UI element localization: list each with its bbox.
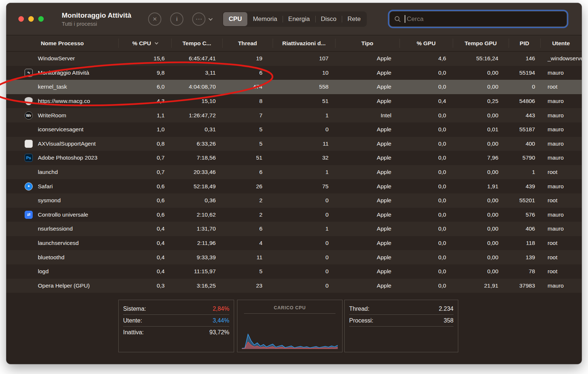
column-header-gpu[interactable]: % GPU — [399, 35, 453, 51]
ax-support-icon — [25, 140, 33, 148]
cell-gpu: 0,0 — [399, 122, 453, 137]
tab-cpu[interactable]: CPU — [223, 12, 247, 26]
column-header-threads[interactable]: Thread — [222, 35, 273, 51]
process-name: https://www.macg.co — [38, 98, 90, 104]
table-row[interactable]: launchd0,720:33,4661Apple0,00,001root — [6, 165, 582, 179]
cell-name: ⇄Controllo universale — [6, 208, 118, 222]
tab-rete[interactable]: Rete — [342, 12, 366, 26]
quit-process-button[interactable]: ✕ — [148, 13, 161, 26]
column-header-kind[interactable]: Tipo — [335, 35, 399, 51]
minimize-button[interactable] — [28, 16, 34, 22]
cell-gpu: 0,0 — [399, 80, 453, 94]
cell-kind: Apple — [335, 165, 399, 179]
table-row[interactable]: nsurlsessiond0,41:31,7061Apple0,00,00406… — [6, 222, 582, 236]
cell-wakeups: 1 — [273, 222, 335, 236]
safari-icon: ✦ — [25, 182, 33, 190]
cell-kind: Apple — [335, 137, 399, 151]
segmented-control: CPUMemoriaEnergiaDiscoRete — [222, 11, 367, 27]
cell-cpu: 0,4 — [118, 250, 171, 264]
column-header-user[interactable]: Utente — [540, 35, 582, 51]
cell-kind: Intel — [335, 108, 399, 122]
cell-name: bluetoothd — [6, 250, 118, 264]
table-row[interactable]: WrWriteRoom1,11:26:47,7271Intel0,00,0044… — [6, 108, 582, 122]
cell-time: 6:45:47,41 — [171, 51, 222, 66]
cell-gpu_time: 0,00 — [453, 108, 509, 122]
cell-threads: 5 — [222, 264, 273, 279]
column-header-cpu[interactable]: % CPU — [118, 35, 171, 51]
column-header-pid[interactable]: PID — [509, 35, 540, 51]
column-header-name[interactable]: Nome Processo — [6, 35, 118, 51]
inattiva-label: Inattiva: — [123, 329, 144, 336]
cell-user: mauro — [540, 122, 582, 137]
cell-time: 52:18,49 — [171, 179, 222, 193]
table-row[interactable]: ⇄Controllo universale0,62:10,6220Apple0,… — [6, 208, 582, 222]
cell-gpu_time: 21,91 — [453, 279, 509, 293]
app-icon-placeholder — [25, 282, 33, 290]
cell-name: ∿Monitoraggio Attività — [6, 66, 118, 80]
cell-kind: Apple — [335, 66, 399, 80]
activity-monitor-icon: ∿ — [25, 69, 33, 77]
cell-kind: Apple — [335, 279, 399, 293]
title-block: Monitoraggio Attività Tutti i processi — [62, 11, 131, 27]
thread-label: Thread: — [349, 306, 369, 312]
table-row[interactable]: AXVisualSupportAgent0,86:33,26511Apple0,… — [6, 137, 582, 151]
cell-user: root — [540, 264, 582, 279]
table-header: Nome Processo% CPUTempo C...ThreadRiatti… — [6, 35, 582, 51]
table-row[interactable]: https://www.macg.co4,315,10851Apple0,40,… — [6, 94, 582, 108]
close-button[interactable] — [18, 16, 24, 22]
table-row[interactable]: launchservicesd0,42:11,9640Apple0,00,001… — [6, 236, 582, 250]
cell-gpu: 0,0 — [399, 66, 453, 80]
column-header-gpu_time[interactable]: Tempo GPU — [453, 35, 509, 51]
search-input[interactable]: Cerca — [389, 11, 567, 27]
cell-threads: 11 — [222, 250, 273, 264]
inspect-button[interactable]: i — [170, 13, 183, 26]
cell-gpu: 0,0 — [399, 179, 453, 193]
table-row[interactable]: kernel_task6,04:04:08,70474558Apple0,00,… — [6, 80, 582, 94]
table-row[interactable]: bluetoothd0,49:33,39110Apple0,00,00139ro… — [6, 250, 582, 264]
cell-threads: 5 — [222, 122, 273, 137]
process-stats-panel: Thread: 2.234 Processi: 358 — [344, 300, 458, 352]
cell-cpu: 1,0 — [118, 122, 171, 137]
column-header-time[interactable]: Tempo C... — [171, 35, 222, 51]
app-icon-placeholder — [25, 125, 33, 133]
table-row[interactable]: ✦Safari0,652:18,492675Apple0,01,91439mau… — [6, 179, 582, 193]
cell-gpu_time: 0,00 — [453, 80, 509, 94]
web-shield-icon — [25, 97, 33, 105]
cell-threads: 5 — [222, 137, 273, 151]
tab-disco[interactable]: Disco — [315, 12, 342, 26]
tab-energia[interactable]: Energia — [283, 12, 315, 26]
cell-gpu: 0,0 — [399, 165, 453, 179]
table-row[interactable]: logd0,411:15,9750Apple0,00,0078root — [6, 264, 582, 279]
cell-gpu: 0,0 — [399, 137, 453, 151]
chevron-down-icon[interactable] — [209, 16, 213, 20]
table-row[interactable]: iconservicesagent1,00,3150Apple0,00,0155… — [6, 122, 582, 137]
table-row[interactable]: ∿Monitoraggio Attività9,83,11610Apple0,0… — [6, 66, 582, 80]
more-options-button[interactable]: ⋯ — [192, 13, 205, 26]
zoom-button[interactable] — [38, 16, 44, 22]
cell-kind: Apple — [335, 151, 399, 165]
tab-memoria[interactable]: Memoria — [247, 12, 283, 26]
cell-time: 7:18,56 — [171, 151, 222, 165]
table-row[interactable]: sysmond0,60,3620Apple0,00,0055201root — [6, 193, 582, 208]
process-name: AXVisualSupportAgent — [38, 140, 96, 147]
window-title: Monitoraggio Attività — [62, 11, 131, 19]
cell-threads: 26 — [222, 179, 273, 193]
cell-wakeups: 0 — [273, 279, 335, 293]
cell-wakeups: 0 — [273, 193, 335, 208]
cell-gpu_time: 0,00 — [453, 66, 509, 80]
process-name: logd — [38, 268, 49, 275]
column-header-wakeups[interactable]: Riattivazioni d... — [273, 35, 335, 51]
process-name: nsurlsessiond — [38, 225, 73, 232]
cell-name: WrWriteRoom — [6, 108, 118, 122]
table-row[interactable]: Opera Helper (GPU)0,33:16,25230Apple0,02… — [6, 279, 582, 293]
table-row[interactable]: WindowServer15,66:45:47,4119107Apple4,65… — [6, 51, 582, 66]
cell-pid: 78 — [509, 264, 540, 279]
table-row[interactable]: PsAdobe Photoshop 20230,77:18,565132Appl… — [6, 151, 582, 165]
cell-cpu: 15,6 — [118, 51, 171, 66]
cell-gpu_time: 1,91 — [453, 179, 509, 193]
cell-cpu: 0,4 — [118, 264, 171, 279]
cell-user: mauro — [540, 108, 582, 122]
cell-time: 0,36 — [171, 193, 222, 208]
utente-value: 3,44% — [213, 317, 229, 324]
search-icon — [394, 15, 401, 23]
